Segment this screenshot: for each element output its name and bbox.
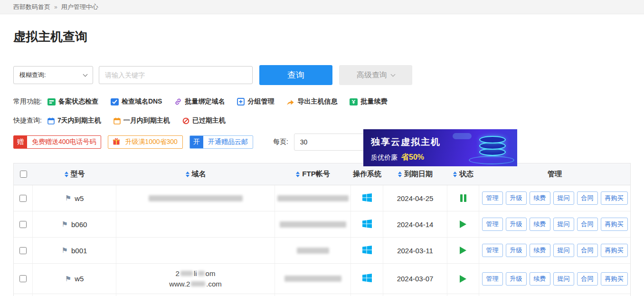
promo-label: 升级满1000省300 [120, 138, 182, 146]
action-renew-button[interactable]: 续费 [530, 218, 550, 231]
table-cell [116, 294, 275, 296]
quick-label: 已过期主机 [192, 116, 226, 125]
func-check-dns[interactable]: 检查域名DNS [111, 97, 162, 106]
domain-fragment: om [206, 269, 216, 277]
action-renew-button[interactable]: 续费 [530, 272, 550, 286]
action-contract-button[interactable]: 合同 [577, 191, 598, 205]
calendar-month-icon [114, 117, 121, 124]
page-size-input[interactable] [294, 134, 370, 151]
breadcrumb-current[interactable]: 用户管理中心 [61, 3, 98, 11]
header-label: 状态 [459, 170, 474, 179]
calendar-7-icon [47, 117, 55, 124]
func-icp-status-check[interactable]: 备案状态检查 [47, 97, 98, 106]
select-all-checkbox[interactable] [20, 171, 27, 178]
model-cell: ⚑ w5 [33, 185, 116, 211]
action-contract-button[interactable]: 合同 [577, 272, 598, 286]
quick-expired[interactable]: 已过期主机 [182, 116, 226, 125]
windows-icon [362, 274, 372, 284]
chevron-down-icon [391, 72, 396, 76]
action-upgrade-button[interactable]: 升级 [506, 244, 527, 257]
breadcrumb-home-link[interactable]: 西部数码首页 [13, 3, 50, 11]
status-cell [447, 238, 479, 263]
domain-cell [116, 185, 275, 211]
table-cell [479, 294, 630, 296]
action-renew-button[interactable]: 续费 [530, 191, 550, 205]
banner-highlight: 省50% [401, 153, 424, 162]
action-rebuy-button[interactable]: 再购买 [601, 191, 628, 205]
action-question-button[interactable]: 提问 [553, 218, 574, 231]
sort-icon[interactable] [65, 172, 68, 177]
quick-expire-7days[interactable]: 7天内到期主机 [47, 116, 101, 125]
row-checkbox[interactable] [19, 221, 27, 228]
windows-icon [362, 193, 372, 203]
header-domain: 域名 [116, 163, 275, 185]
quick-query-row: 快捷查询: 7天内到期主机 一月内到期主机 已过期主机 [13, 116, 631, 125]
masked-domain-part [180, 271, 193, 276]
func-batch-renew[interactable]: 批量续费 [350, 97, 387, 106]
promo-free-400-number[interactable]: 赠 免费赠送400电话号码 [13, 135, 101, 149]
action-upgrade-button[interactable]: 升级 [506, 218, 527, 231]
model-cell: ⚑ b060 [33, 211, 116, 237]
func-label: 批量绑定域名 [185, 97, 225, 106]
actions-cell: 管理 升级 续费 提问 合同 再购买 [479, 185, 630, 211]
action-question-button[interactable]: 提问 [553, 272, 574, 286]
domain-fragment: 2 [176, 269, 180, 277]
search-input[interactable] [99, 66, 253, 84]
status-cell [447, 264, 479, 294]
action-question-button[interactable]: 提问 [553, 191, 574, 205]
action-rebuy-button[interactable]: 再购买 [601, 272, 628, 286]
domain-lines: 2 li om www.2 .com [169, 269, 222, 288]
domain-line-1: 2 li om [176, 269, 216, 277]
action-manage-button[interactable]: 管理 [482, 191, 503, 205]
status-running-icon [460, 220, 466, 228]
page-size-label: 每页: [273, 138, 288, 146]
promo-cloud-mail[interactable]: 开 开通赠品云邮 [189, 135, 253, 149]
row-checkbox[interactable] [19, 275, 27, 282]
export-arrow-icon [286, 98, 294, 105]
action-renew-button[interactable]: 续费 [530, 244, 550, 257]
action-manage-button[interactable]: 管理 [482, 244, 503, 257]
masked-ftp [297, 248, 329, 254]
advanced-query-button[interactable]: 高级查询 [339, 65, 412, 85]
status-running-icon [460, 247, 466, 254]
dns-check-icon [111, 98, 119, 105]
sort-icon[interactable] [186, 172, 189, 177]
action-manage-button[interactable]: 管理 [482, 272, 503, 286]
batch-renew-icon [350, 98, 358, 105]
header-label: FTP帐号 [302, 170, 330, 179]
sort-icon[interactable] [453, 172, 457, 177]
quick-expire-month[interactable]: 一月内到期主机 [114, 116, 170, 125]
header-os: 操作系统 [351, 163, 383, 185]
windows-icon [362, 220, 372, 229]
action-question-button[interactable]: 提问 [553, 244, 574, 257]
table-cell [14, 294, 33, 296]
table-header-row: 型号 域名 FTP帐号 操作系统 到期日期 状态 管理 [14, 163, 630, 185]
host-table: 型号 域名 FTP帐号 操作系统 到期日期 状态 管理 [13, 163, 631, 296]
os-cell [351, 238, 383, 263]
action-upgrade-button[interactable]: 升级 [506, 191, 527, 205]
breadcrumb-separator: » [54, 4, 57, 10]
query-button[interactable]: 查询 [259, 65, 332, 85]
row-checkbox[interactable] [19, 195, 27, 202]
action-manage-button[interactable]: 管理 [482, 218, 503, 231]
table-cell [351, 294, 383, 296]
sort-icon[interactable] [296, 172, 300, 177]
sort-icon[interactable] [398, 172, 402, 177]
header-label: 域名 [192, 170, 206, 179]
func-group-manage[interactable]: 分组管理 [237, 97, 274, 106]
promo-upgrade-save[interactable]: 升级满1000省300 [108, 135, 183, 149]
action-contract-button[interactable]: 合同 [577, 218, 598, 231]
action-rebuy-button[interactable]: 再购买 [601, 244, 628, 257]
action-rebuy-button[interactable]: 再购买 [601, 218, 628, 231]
filter-select[interactable]: 模糊查询: [13, 66, 93, 84]
search-row: 模糊查询: 查询 高级查询 [13, 65, 631, 85]
flag-icon: ⚑ [65, 194, 71, 202]
func-batch-bind-domain[interactable]: 批量绑定域名 [174, 97, 225, 106]
expiry-cell: 2024-03-07 [383, 264, 447, 294]
gift-icon [113, 138, 120, 147]
row-checkbox[interactable] [19, 247, 27, 254]
func-export-host-info[interactable]: 导出主机信息 [286, 97, 337, 106]
ad-banner-cloud-host[interactable]: 独享云虚拟主机 质优价廉 省50% [363, 129, 517, 166]
action-upgrade-button[interactable]: 升级 [506, 272, 527, 286]
action-contract-button[interactable]: 合同 [577, 244, 598, 257]
